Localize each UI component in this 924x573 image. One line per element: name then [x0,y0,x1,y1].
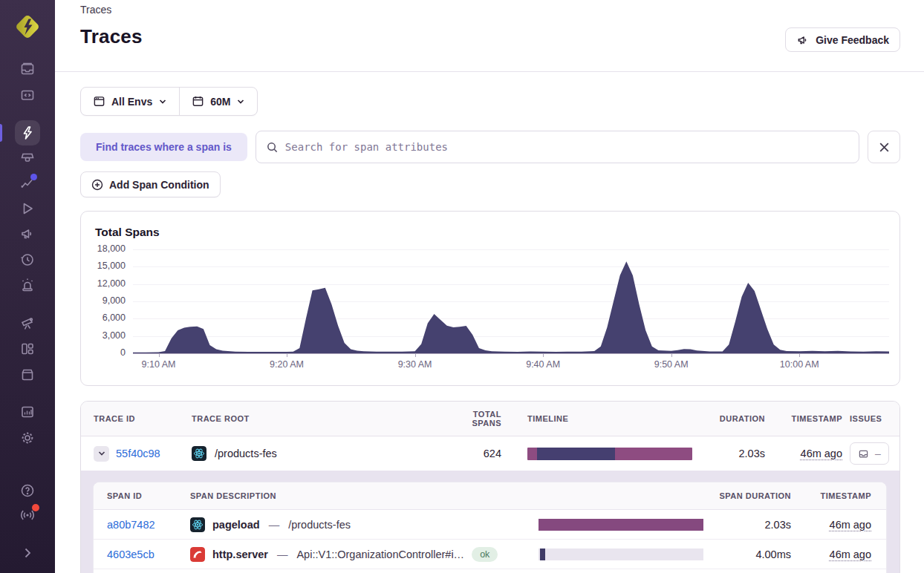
col-span-id: SPAN ID [94,491,190,500]
chevron-right-icon [21,546,34,560]
separator: — [276,549,290,560]
search-input[interactable] [285,141,849,153]
x-axis-line [133,353,889,354]
col-span-duration: SPAN DURATION [709,491,803,500]
collapse-row-button[interactable] [94,446,109,462]
clear-search-button[interactable] [868,131,900,163]
trace-root-name: /products-fes [215,448,277,459]
gear-icon [19,430,36,446]
span-duration-sliver [540,549,545,560]
total-spans-panel: Total Spans 9:10 AM9:20 AM9:30 AM9:40 AM… [80,211,900,386]
span-description: /products-fes [288,519,351,531]
sidebar-item-collapse[interactable] [15,540,40,566]
span-search-box[interactable] [256,131,859,163]
col-span-description: SPAN DESCRIPTION [190,491,539,500]
period-filter-button[interactable]: 60M [180,88,257,115]
span-op: pageload [212,519,260,531]
sidebar-item-stats[interactable] [15,399,40,425]
add-span-condition-button[interactable]: Add Span Condition [80,171,221,197]
sidebar-item-alerts[interactable] [15,272,40,298]
total-spans-plot[interactable]: 9:10 AM9:20 AM9:30 AM9:40 AM9:50 AM10:00… [133,249,889,353]
sentry-logo-icon[interactable] [13,12,42,42]
span-row[interactable]: 4603e5cb http.server — Api::V1::Organiza… [94,540,886,569]
span-duration: 4.00ms [709,549,803,560]
col-span-timestamp: TIMESTAMP [803,491,886,500]
expanded-spans-region: SPAN ID SPAN DESCRIPTION SPAN DURATION T… [81,471,899,573]
help-icon [19,482,36,499]
chevron-down-icon [97,449,106,458]
sidebar-item-whats-new[interactable] [15,502,40,527]
megaphone-icon [796,33,810,47]
page-title: Traces [80,25,900,48]
span-timestamp[interactable]: 46m ago [830,549,871,560]
sidebar-item-insights[interactable] [15,145,40,171]
inbox-stack-icon [19,61,36,77]
col-duration: DURATION [705,414,768,423]
notification-dot-red [32,504,39,511]
span-op: http.server [212,549,268,560]
sidebar-item-dashboards[interactable] [15,336,40,361]
col-timeline: TIMELINE [515,414,705,423]
window-icon [93,95,105,108]
inbox-icon [858,448,869,459]
folder-code-icon [19,87,36,103]
sidebar-item-help[interactable] [15,478,40,503]
sidebar-item-replays[interactable] [15,196,40,221]
chart-title: Total Spans [95,226,160,239]
period-filter-label: 60M [210,96,230,108]
sidebar-item-archive[interactable] [15,361,40,387]
page-header: Traces Traces Give Feedback [55,0,924,72]
span-duration-track [539,549,703,560]
chevron-down-icon [158,97,167,106]
bar-stats-icon [19,404,36,420]
sidebar-item-releases[interactable] [15,247,40,272]
telescope-icon [19,315,36,332]
trace-row[interactable]: 55f40c98 /products-fes 624 [81,436,899,471]
trace-timeline-bar [527,448,692,460]
sidebar-item-discover[interactable] [15,311,40,336]
layout-grid-icon [19,341,36,357]
close-icon [878,141,891,154]
span-id-link[interactable]: 4603e5cb [107,549,154,560]
filter-bar: All Envs 60M [80,87,900,116]
sidebar-item-settings[interactable] [15,425,40,451]
span-description: Api::V1::OrganizationController#i… [296,549,464,560]
traces-table-header: TRACE ID TRACE ROOT TOTAL SPANS TIMELINE… [81,402,899,436]
trace-id-link[interactable]: 55f40c98 [116,448,160,459]
env-filter-label: All Envs [111,96,152,108]
traces-table: TRACE ID TRACE ROOT TOTAL SPANS TIMELINE… [80,401,900,573]
span-row[interactable]: a80b7482 pageload [94,510,886,540]
calendar-icon [192,95,204,108]
separator: — [267,519,282,531]
col-trace-id: TRACE ID [81,414,192,423]
trace-timestamp[interactable]: 46m ago [801,448,842,459]
span-id-link[interactable]: a80b7482 [107,519,155,531]
active-indicator [0,124,2,142]
trace-issues-button[interactable]: – [850,442,889,465]
archive-box-icon [19,366,36,382]
sidebar-item-performance[interactable] [15,171,40,196]
sidebar-item-explore[interactable] [15,120,40,145]
query-builder-row: Find traces where a span is [80,131,900,163]
siren-icon [19,277,36,293]
span-timestamp[interactable]: 46m ago [830,519,871,531]
sidebar-item-feedback[interactable] [15,221,40,246]
span-row[interactable] [94,569,886,573]
sidebar [0,0,55,573]
ruby-platform-icon [190,547,205,562]
col-total-spans: TOTAL SPANS [441,410,515,428]
react-platform-icon [190,517,205,532]
lamp-icon [19,150,36,166]
env-filter-button[interactable]: All Envs [81,88,179,115]
megaphone-icon [19,226,36,242]
total-spans-area [133,249,889,353]
spans-sub-table: SPAN ID SPAN DESCRIPTION SPAN DURATION T… [94,482,886,573]
breadcrumb[interactable]: Traces [80,3,900,16]
sidebar-item-projects[interactable] [15,82,40,108]
spans-table-header: SPAN ID SPAN DESCRIPTION SPAN DURATION T… [94,482,886,510]
sidebar-item-issues[interactable] [15,56,40,82]
give-feedback-button[interactable]: Give Feedback [785,27,900,52]
span-duration-bar [539,519,703,531]
col-timestamp: TIMESTAMP [768,414,844,423]
play-icon [19,200,36,217]
